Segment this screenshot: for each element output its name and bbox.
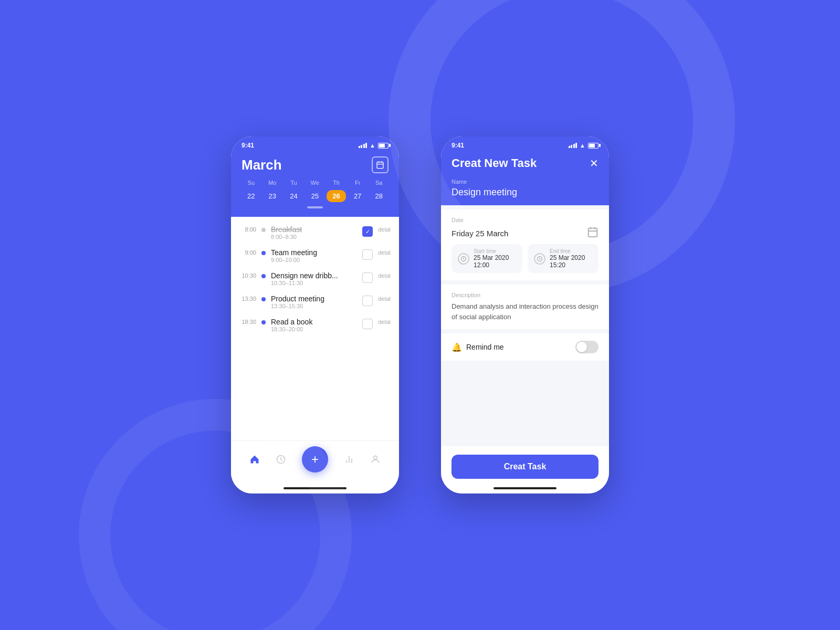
task-content-read: Read a book 18:30–20:00: [271, 318, 357, 332]
cal-header-we: We: [306, 180, 325, 188]
phone2-footer: Creat Task: [441, 446, 609, 483]
nav-profile[interactable]: [370, 454, 381, 465]
cal-header-fr: Fr: [348, 180, 368, 188]
description-section: Description Demand analysis and interact…: [441, 285, 609, 329]
task-time-design: 10:30: [239, 271, 256, 279]
signal-bar-7: [573, 144, 575, 148]
task-time-breakfast: 8:00: [239, 225, 256, 233]
fab-add[interactable]: +: [302, 446, 328, 472]
status-bar-1: 9:41 ▲: [231, 136, 399, 152]
home-bar-2: [494, 487, 556, 489]
task-content-breakfast: Breakfast 8:00–8:30: [271, 225, 357, 240]
signal-bar-5: [569, 146, 570, 148]
start-time-card[interactable]: Start time 25 Mar 2020 12:00: [452, 244, 522, 273]
task-detail-design[interactable]: detal: [378, 271, 391, 279]
task-checkbox-read[interactable]: [362, 319, 373, 329]
bottom-nav-1: +: [231, 440, 399, 483]
task-item-breakfast: 8:00 Breakfast 8:00–8:30 detal: [231, 221, 399, 244]
calendar-icon-btn[interactable]: [372, 156, 388, 173]
task-range-team: 9:00–10:00: [271, 257, 357, 263]
cal-header-sa: Sa: [369, 180, 388, 188]
cal-day-25[interactable]: 25: [306, 190, 325, 202]
svg-point-8: [374, 456, 377, 459]
signal-bar-6: [571, 145, 572, 148]
start-clock-icon: [458, 253, 469, 265]
end-time-card[interactable]: End time 25 Mar 2020 15:20: [528, 244, 598, 273]
week-indicator: [242, 206, 388, 208]
nav-chart[interactable]: [344, 454, 354, 465]
cal-day-24[interactable]: 24: [284, 190, 303, 202]
create-task-title: Creat New Task: [452, 156, 537, 170]
signal-bar-2: [361, 145, 362, 148]
remind-left: 🔔 Remind me: [452, 342, 504, 352]
task-dot-read: [261, 320, 266, 324]
task-item-design: 10:30 Densign new dribb... 10:30–11:30 d…: [231, 267, 399, 290]
cal-header-th: Th: [327, 180, 346, 188]
end-clock-icon: [534, 253, 545, 265]
nav-clock[interactable]: [276, 454, 286, 465]
start-time-label: Start time: [474, 248, 516, 254]
status-time-1: 9:41: [242, 142, 254, 149]
name-field-value[interactable]: Design meeting: [452, 187, 598, 198]
home-indicator-2: [441, 483, 609, 494]
toggle-thumb: [576, 342, 587, 352]
home-bar-1: [284, 487, 346, 489]
status-icons-1: ▲: [359, 142, 388, 149]
task-item-read: 18:30 Read a book 18:30–20:00 detal: [231, 313, 399, 337]
phone2-header: Creat New Task ✕ Name Design meeting: [441, 152, 609, 205]
calendar-grid: Su Mo Tu We Th Fr Sa 22 23 24 25 26 27 2…: [242, 180, 388, 202]
description-label: Description: [452, 292, 598, 298]
task-list: 8:00 Breakfast 8:00–8:30 detal 9:00 Team…: [231, 217, 399, 440]
task-content-team: Team meeting 9:00–10:00: [271, 248, 357, 263]
description-value[interactable]: Demand analysis and interaction process …: [452, 301, 598, 322]
wifi-icon-1: ▲: [370, 142, 375, 149]
task-time-team: 9:00: [239, 248, 256, 256]
task-detail-team[interactable]: detal: [378, 248, 391, 256]
task-detail-product[interactable]: detal: [378, 295, 391, 302]
signal-bar-3: [363, 144, 365, 148]
end-time-value: 25 Mar 2020 15:20: [550, 254, 592, 269]
task-checkbox-design[interactable]: [362, 272, 373, 283]
task-range-design: 10:30–11:30: [271, 280, 357, 286]
month-title: March: [242, 157, 282, 173]
signal-bars-2: [569, 143, 578, 148]
date-row: Friday 25 March: [452, 226, 598, 240]
signal-bars-1: [359, 143, 368, 148]
task-detail-read[interactable]: detal: [378, 318, 391, 325]
cal-header-tu: Tu: [284, 180, 303, 188]
cal-day-26-active[interactable]: 26: [327, 190, 346, 202]
task-checkbox-breakfast[interactable]: [362, 226, 373, 237]
name-field-label: Name: [452, 178, 598, 185]
cal-day-22[interactable]: 22: [242, 190, 261, 202]
status-time-2: 9:41: [452, 142, 464, 149]
phone2-body: Date Friday 25 March: [441, 205, 609, 446]
task-content-design: Densign new dribb... 10:30–11:30: [271, 271, 357, 286]
remind-label: Remind me: [466, 343, 504, 351]
cal-day-27[interactable]: 27: [348, 190, 368, 202]
battery-icon-1: [378, 143, 388, 149]
cal-day-23[interactable]: 23: [263, 190, 282, 202]
create-title-row: Creat New Task ✕: [452, 156, 598, 175]
task-detail-breakfast[interactable]: detal: [378, 225, 391, 233]
remind-section: 🔔 Remind me: [441, 333, 609, 361]
remind-row: 🔔 Remind me: [452, 341, 598, 353]
date-picker-icon[interactable]: [587, 226, 598, 240]
creat-task-button[interactable]: Creat Task: [452, 455, 598, 479]
svg-rect-9: [589, 228, 597, 237]
start-time-value: 25 Mar 2020 12:00: [474, 254, 516, 269]
task-checkbox-team[interactable]: [362, 249, 373, 260]
phone2: 9:41 ▲ Creat New Task ✕ Name Design meet…: [441, 136, 609, 494]
task-name-breakfast: Breakfast: [271, 225, 357, 234]
svg-rect-0: [377, 162, 383, 169]
signal-bar-8: [575, 143, 577, 148]
date-value[interactable]: Friday 25 March: [452, 229, 508, 238]
remind-toggle[interactable]: [575, 341, 598, 353]
cal-day-28[interactable]: 28: [369, 190, 388, 202]
task-checkbox-product[interactable]: [362, 296, 373, 306]
close-button[interactable]: ✕: [590, 157, 598, 170]
nav-home[interactable]: [249, 454, 260, 465]
task-dot-design: [261, 274, 266, 278]
task-item-product: 13:30 Product meeting 13:30–15:30 detal: [231, 290, 399, 313]
battery-fill-1: [379, 144, 385, 148]
week-dot: [307, 206, 323, 208]
